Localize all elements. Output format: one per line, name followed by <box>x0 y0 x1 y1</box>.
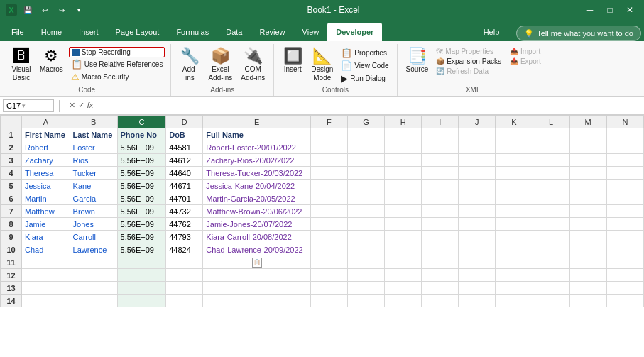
cell-6-E[interactable]: Martin-Garcia-20/05/2022 <box>203 192 311 205</box>
tab-view[interactable]: View <box>294 23 328 41</box>
cell-9-E[interactable]: Kiara-Carroll-20/08/2022 <box>203 231 311 243</box>
cell-11-A[interactable] <box>22 256 70 269</box>
cell-7-M[interactable] <box>569 205 606 218</box>
tab-home[interactable]: Home <box>33 23 70 41</box>
macros-button[interactable]: ⚙ Macros <box>37 47 66 75</box>
cell-3-L[interactable] <box>533 154 569 167</box>
cell-4-L[interactable] <box>533 167 569 180</box>
cell-10-M[interactable] <box>569 243 606 256</box>
cell-13-L[interactable] <box>533 282 569 295</box>
cell-11-N[interactable] <box>606 256 643 269</box>
cell-12-B[interactable] <box>70 269 117 282</box>
row-num-7[interactable]: 7 <box>1 205 22 218</box>
cell-12-F[interactable] <box>310 269 347 282</box>
cell-12-M[interactable] <box>569 269 606 282</box>
cell-13-J[interactable] <box>459 282 496 295</box>
cell-5-C[interactable]: 5.56E+09 <box>117 180 166 192</box>
view-code-button[interactable]: 📄 View Code <box>339 60 391 72</box>
cell-5-N[interactable] <box>606 180 643 192</box>
cell-13-I[interactable] <box>422 282 459 295</box>
cell-7-G[interactable] <box>347 205 384 218</box>
row-num-12[interactable]: 12 <box>1 269 22 282</box>
cell-1-F[interactable] <box>310 128 347 141</box>
cell-2-D[interactable]: 44581 <box>166 141 203 154</box>
maximize-button[interactable]: □ <box>601 2 618 18</box>
cell-14-A[interactable] <box>22 295 70 307</box>
cell-1-M[interactable] <box>569 128 606 141</box>
cell-7-N[interactable] <box>606 205 643 218</box>
row-num-4[interactable]: 4 <box>1 167 22 180</box>
cell-4-N[interactable] <box>606 167 643 180</box>
cell-2-M[interactable] <box>569 141 606 154</box>
cell-6-N[interactable] <box>606 192 643 205</box>
confirm-formula-icon[interactable]: ✓ <box>78 101 84 110</box>
cell-6-A[interactable]: Martin <box>22 192 70 205</box>
cell-9-H[interactable] <box>385 231 422 243</box>
cell-5-E[interactable]: Jessica-Kane-20/04/2022 <box>203 180 311 192</box>
row-num-10[interactable]: 10 <box>1 243 22 256</box>
cell-4-I[interactable] <box>422 167 459 180</box>
cell-5-H[interactable] <box>385 180 422 192</box>
cell-3-N[interactable] <box>606 154 643 167</box>
cell-13-D[interactable] <box>166 282 203 295</box>
cell-11-E[interactable]: 📋 <box>203 256 311 269</box>
cell-6-F[interactable] <box>310 192 347 205</box>
cell-3-E[interactable]: Zachary-Rios-20/02/2022 <box>203 154 311 167</box>
cell-6-D[interactable]: 44701 <box>166 192 203 205</box>
cell-5-G[interactable] <box>347 180 384 192</box>
cell-14-B[interactable] <box>70 295 117 307</box>
cell-9-M[interactable] <box>569 231 606 243</box>
cell-11-L[interactable] <box>533 256 569 269</box>
cell-14-D[interactable] <box>166 295 203 307</box>
com-add-ins-button[interactable]: 🔌 COMAdd-ins <box>238 47 268 84</box>
col-header-i[interactable]: I <box>422 116 459 128</box>
cell-3-G[interactable] <box>347 154 384 167</box>
expansion-packs-button[interactable]: 📦 Expansion Packs <box>434 57 503 66</box>
cell-4-B[interactable]: Tucker <box>70 167 117 180</box>
cell-11-C[interactable] <box>117 256 166 269</box>
paste-options-icon[interactable]: 📋 <box>252 258 262 268</box>
cell-8-L[interactable] <box>533 218 569 231</box>
cell-11-M[interactable] <box>569 256 606 269</box>
cell-11-B[interactable] <box>70 256 117 269</box>
cancel-formula-icon[interactable]: ✕ <box>69 101 75 110</box>
formula-input[interactable] <box>96 99 641 112</box>
row-num-1[interactable]: 1 <box>1 128 22 141</box>
cell-6-I[interactable] <box>422 192 459 205</box>
close-button[interactable]: ✕ <box>621 2 638 18</box>
tell-me-input[interactable]: 💡 Tell me what you want to do <box>516 26 641 41</box>
row-num-6[interactable]: 6 <box>1 192 22 205</box>
cell-9-A[interactable]: Kiara <box>22 231 70 243</box>
source-button[interactable]: 📑 Source <box>403 47 432 75</box>
cell-3-M[interactable] <box>569 154 606 167</box>
cell-4-C[interactable]: 5.56E+09 <box>117 167 166 180</box>
tab-file[interactable]: File <box>3 23 33 41</box>
cell-11-K[interactable] <box>496 256 533 269</box>
visual-basic-button[interactable]: 🅱 VisualBasic <box>9 47 34 84</box>
cell-2-G[interactable] <box>347 141 384 154</box>
row-num-14[interactable]: 14 <box>1 295 22 307</box>
cell-14-F[interactable] <box>310 295 347 307</box>
cell-13-F[interactable] <box>310 282 347 295</box>
col-header-b[interactable]: B <box>70 116 117 128</box>
col-header-c[interactable]: C <box>117 116 166 128</box>
cell-11-G[interactable] <box>347 256 384 269</box>
cell-7-H[interactable] <box>385 205 422 218</box>
cell-11-F[interactable] <box>310 256 347 269</box>
cell-14-M[interactable] <box>569 295 606 307</box>
cell-14-C[interactable] <box>117 295 166 307</box>
row-num-9[interactable]: 9 <box>1 231 22 243</box>
cell-14-I[interactable] <box>422 295 459 307</box>
cell-6-M[interactable] <box>569 192 606 205</box>
tab-formulas[interactable]: Formulas <box>168 23 217 41</box>
col-header-k[interactable]: K <box>496 116 533 128</box>
cell-1-I[interactable] <box>422 128 459 141</box>
cell-8-B[interactable]: Jones <box>70 218 117 231</box>
row-num-13[interactable]: 13 <box>1 282 22 295</box>
cell-13-E[interactable] <box>203 282 311 295</box>
cell-8-I[interactable] <box>422 218 459 231</box>
cell-1-K[interactable] <box>496 128 533 141</box>
cell-12-H[interactable] <box>385 269 422 282</box>
cell-13-M[interactable] <box>569 282 606 295</box>
cell-2-E[interactable]: Robert-Foster-20/01/2022 <box>203 141 311 154</box>
